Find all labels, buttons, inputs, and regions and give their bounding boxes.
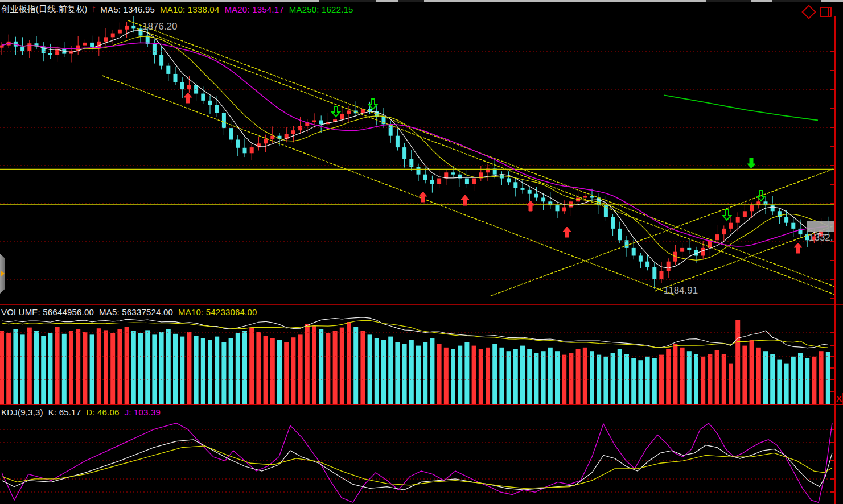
sidebar-flyout-tab[interactable] — [0, 254, 5, 294]
chart-toolbar-icons — [804, 7, 832, 17]
kdj-name: KDJ(9,3,3) — [1, 407, 43, 417]
trading-app-window: { "header": { "title": "创业板指(日线.前复权)", "… — [0, 0, 843, 504]
kdj-k-value: K: 65.17 — [48, 407, 81, 417]
ma5-value: MA5: 1346.95 — [100, 5, 155, 14]
instrument-title: 创业板指(日线.前复权) — [1, 4, 88, 15]
svg-text:1876.20: 1876.20 — [142, 21, 177, 32]
flyout-arrow-icon — [1, 270, 5, 277]
close-panel-button[interactable]: X — [836, 394, 842, 403]
volume-panel-header: VOLUME: 56644956.00 MA5: 56337524.00 MA1… — [1, 307, 257, 317]
main-chart-header: 创业板指(日线.前复权) ↑ MA5: 1346.95 MA10: 1338.0… — [1, 3, 353, 15]
ma10-value: MA10: 1338.04 — [160, 5, 219, 14]
ma250-value: MA250: 1622.15 — [289, 5, 353, 14]
volume-ma5-value: MA5: 56337524.00 — [99, 307, 173, 317]
svg-text:1184.91: 1184.91 — [664, 285, 698, 296]
split-window-icon[interactable] — [820, 7, 832, 17]
kdj-j-value: J: 103.39 — [125, 407, 161, 417]
up-arrow-icon: ↑ — [92, 3, 97, 15]
kdj-d-value: D: 46.06 — [86, 407, 119, 417]
svg-text:1332.: 1332. — [809, 232, 833, 243]
kdj-panel-header: KDJ(9,3,3) K: 65.17 D: 46.06 J: 103.39 — [1, 407, 161, 417]
volume-ma10-value: MA10: 54233064.00 — [178, 307, 257, 317]
ma20-value: MA20: 1354.17 — [224, 5, 283, 14]
stock-chart-canvas[interactable]: 1876.201184.911332. — [0, 0, 843, 504]
diamond-tool-icon[interactable] — [801, 5, 816, 19]
volume-value: VOLUME: 56644956.00 — [1, 307, 94, 317]
